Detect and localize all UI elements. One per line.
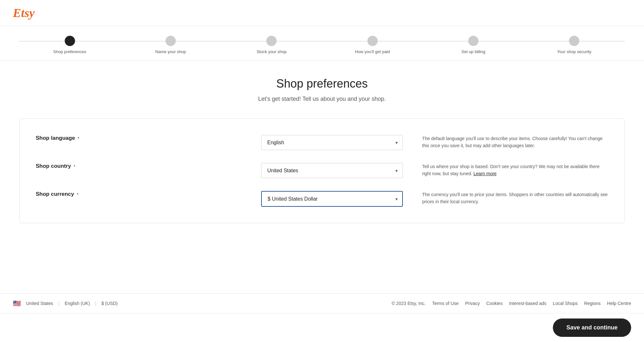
country-label-group: Shop country * (36, 163, 261, 169)
language-label: Shop language (36, 135, 75, 141)
language-label-group: Shop language * (36, 135, 261, 141)
main-content: Shop preferences Let's get started! Tell… (0, 61, 644, 233)
footer-currency: $ (USD) (101, 301, 118, 306)
step-label-2: Name your shop (155, 49, 186, 54)
step-dot-3 (266, 36, 277, 46)
learn-more-link[interactable]: Learn more (474, 171, 497, 176)
currency-label: Shop currency (36, 191, 74, 197)
step-4: How you'll get paid (322, 36, 423, 54)
footer-link-local-shops[interactable]: Local Shops (553, 301, 578, 306)
footer-link-help-centre[interactable]: Help Centre (607, 301, 631, 306)
country-help: Tell us where your shop is based. Don't … (422, 163, 608, 177)
progress-bar-section: Shop preferencesName your shopStock your… (0, 26, 644, 61)
footer-bottom: Save and continue (0, 313, 644, 342)
step-3: Stock your shop (221, 36, 322, 54)
language-select-wrapper: English French German Spanish ▾ (261, 135, 403, 150)
footer-left: 🇺🇸 United States | English (UK) | $ (USD… (13, 299, 118, 307)
step-1: Shop preferences (19, 36, 120, 54)
language-help: The default language you'll use to descr… (422, 135, 608, 149)
header: Etsy (0, 0, 644, 26)
currency-select-wrapper: $ United States Dollar € Euro £ British … (261, 191, 403, 207)
footer-top: 🇺🇸 United States | English (UK) | $ (USD… (0, 293, 644, 313)
flag-icon: 🇺🇸 (13, 299, 21, 307)
country-row: Shop country * United States United King… (36, 163, 608, 178)
currency-row: Shop currency * $ United States Dollar €… (36, 191, 608, 207)
step-6: Your shop security (524, 36, 625, 54)
currency-select[interactable]: $ United States Dollar € Euro £ British … (261, 191, 403, 207)
step-label-3: Stock your shop (257, 49, 287, 54)
form-card: Shop language * English French German Sp… (19, 119, 625, 223)
step-dot-1 (65, 36, 75, 46)
etsy-logo[interactable]: Etsy (13, 6, 35, 20)
footer-link-regions[interactable]: Regions (584, 301, 601, 306)
footer-link-terms-of-use[interactable]: Terms of Use (432, 301, 459, 306)
currency-required: * (77, 192, 79, 197)
footer-language: English (UK) (65, 301, 90, 306)
page-subtitle: Let's get started! Tell us about you and… (19, 96, 625, 102)
step-dot-5 (468, 36, 478, 46)
footer-link-interest-based-ads[interactable]: Interest-based ads (509, 301, 546, 306)
footer: 🇺🇸 United States | English (UK) | $ (USD… (0, 293, 644, 342)
page-title: Shop preferences (19, 77, 625, 90)
country-label: Shop country (36, 163, 71, 169)
save-continue-button[interactable]: Save and continue (553, 318, 631, 337)
step-dot-4 (367, 36, 378, 46)
footer-country: United States (26, 301, 53, 306)
language-row: Shop language * English French German Sp… (36, 135, 608, 150)
step-label-6: Your shop security (557, 49, 591, 54)
step-2: Name your shop (120, 36, 221, 54)
step-label-4: How you'll get paid (355, 49, 390, 54)
footer-right: © 2023 Etsy, Inc. Terms of UsePrivacyCoo… (392, 301, 631, 306)
country-select[interactable]: United States United Kingdom Canada Aust… (261, 163, 403, 178)
currency-label-group: Shop currency * (36, 191, 261, 197)
country-required: * (74, 164, 76, 169)
progress-steps: Shop preferencesName your shopStock your… (19, 36, 625, 54)
step-dot-2 (166, 36, 176, 46)
footer-link-privacy[interactable]: Privacy (465, 301, 480, 306)
step-dot-6 (569, 36, 579, 46)
step-label-5: Set up billing (461, 49, 485, 54)
country-help-text: Tell us where your shop is based. Don't … (422, 164, 600, 176)
footer-copyright: © 2023 Etsy, Inc. (392, 301, 426, 306)
currency-help: The currency you'll use to price your it… (422, 191, 608, 205)
country-select-wrapper: United States United Kingdom Canada Aust… (261, 163, 403, 178)
step-label-1: Shop preferences (53, 49, 86, 54)
footer-link-cookies[interactable]: Cookies (486, 301, 503, 306)
language-required: * (78, 136, 80, 141)
language-select[interactable]: English French German Spanish (261, 135, 403, 150)
step-5: Set up billing (423, 36, 524, 54)
